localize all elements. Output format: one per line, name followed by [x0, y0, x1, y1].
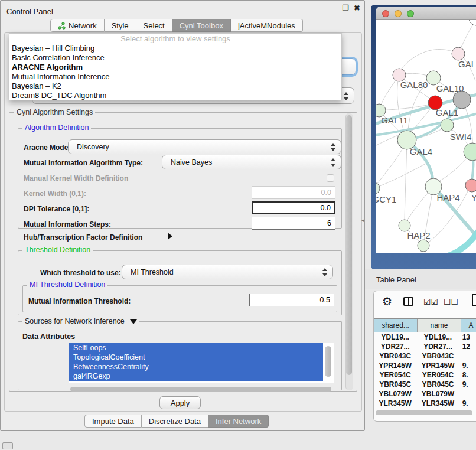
combo-stepper-icon: [322, 268, 327, 276]
network-node[interactable]: [464, 143, 476, 161]
zoom-traffic-light[interactable]: [407, 10, 414, 17]
close-traffic-light[interactable]: [382, 10, 389, 17]
table-cell: YPR145W: [374, 361, 416, 370]
dpi-tolerance-field[interactable]: 0.0: [252, 201, 335, 214]
table-row[interactable]: YBR045CYBR045C9.: [374, 380, 476, 389]
dropdown-item[interactable]: Basic Correlation Inference: [9, 53, 341, 63]
attribute-list-item[interactable]: gal4RGexp: [69, 371, 323, 381]
table-cell: [459, 351, 476, 361]
network-edge: [400, 49, 458, 70]
mi-type-value: Naive Bayes: [171, 158, 212, 167]
table-cell: YBL079W: [374, 389, 416, 399]
mi-steps-value: 6: [327, 219, 331, 227]
network-node[interactable]: [465, 179, 476, 192]
new-table-icon[interactable]: [472, 294, 476, 306]
table-row[interactable]: YDL19...YDL19...13: [374, 332, 476, 342]
float-panel-icon[interactable]: ❐: [342, 4, 349, 12]
dropdown-item[interactable]: ARACNE Algorithm: [9, 63, 341, 72]
disclosure-down-icon[interactable]: [130, 319, 137, 324]
aracne-mode-combo[interactable]: Discovery: [68, 139, 341, 154]
aracne-mode-label: Aracne Mode:: [24, 144, 70, 152]
table-row[interactable]: YBR043CYBR043C: [374, 351, 476, 361]
network-node-label: GAL4: [410, 146, 432, 156]
attribute-list-item[interactable]: BetweennessCentrality: [69, 362, 323, 371]
settings-scrollbar-thumb[interactable]: [346, 115, 352, 375]
table-row[interactable]: YBL079WYBL079W: [374, 389, 476, 399]
table-hscrollbar[interactable]: [376, 410, 472, 415]
mi-type-combo[interactable]: Naive Bayes: [162, 155, 341, 169]
tab-infer-network[interactable]: Infer Network: [208, 415, 269, 428]
table-cell: [459, 389, 476, 399]
attribute-list-item[interactable]: SelfLoops: [69, 343, 323, 353]
gear-icon[interactable]: ⚙: [382, 295, 392, 308]
dropdown-item[interactable]: Bayesian – Hill Climbing: [9, 44, 341, 53]
close-panel-icon[interactable]: ✖: [354, 4, 360, 12]
table-cell: 9.: [459, 380, 476, 389]
table-row[interactable]: YER054CYER054C8.: [374, 370, 476, 380]
hide-columns-icon[interactable]: ☐☐: [444, 297, 458, 306]
mi-threshold-field[interactable]: 0.5: [249, 294, 334, 306]
algorithm-dropdown-placeholder: Select algorithm to view settings: [9, 34, 341, 44]
tab-label: Discretize Data: [149, 417, 201, 426]
threshold-group-title: Threshold Definition: [22, 246, 93, 254]
network-window-titlebar[interactable]: [376, 7, 476, 20]
tab-impute-data[interactable]: Impute Data: [84, 415, 142, 428]
cyni-bottom-tabs: Impute DataDiscretize DataInfer Network: [84, 415, 269, 428]
table-column-header[interactable]: shared...: [374, 319, 418, 332]
table-cell: YBR045C: [374, 380, 416, 389]
network-node[interactable]: [399, 220, 410, 231]
tab-label: Style: [112, 21, 129, 30]
table-column-header[interactable]: A: [461, 319, 476, 332]
network-node[interactable]: [441, 119, 454, 132]
tab-label: jActiveMNodules: [238, 21, 295, 30]
show-columns-icon[interactable]: ☑☑: [423, 297, 438, 306]
attributes-hscrollbar-thumb[interactable]: [70, 387, 331, 392]
tab-discretize-data[interactable]: Discretize Data: [142, 415, 208, 428]
table-row[interactable]: YLR345WYLR345W9.: [374, 399, 476, 408]
manual-kernel-checkbox[interactable]: [327, 174, 334, 182]
network-node[interactable]: [418, 240, 429, 252]
aracne-mode-value: Discovery: [77, 143, 109, 151]
which-threshold-combo[interactable]: MI Threshold: [122, 265, 333, 279]
tab-select[interactable]: Select: [136, 19, 172, 32]
tab-jactivemnodules[interactable]: jActiveMNodules: [231, 19, 303, 32]
table-column-header[interactable]: name: [418, 319, 461, 332]
dropdown-item[interactable]: Bayesian – K2: [9, 81, 341, 91]
tab-cyni-toolbox[interactable]: Cyni Toolbox: [172, 19, 231, 32]
network-node[interactable]: [376, 182, 380, 194]
table-cell: YLR345W: [416, 399, 459, 408]
minimize-traffic-light[interactable]: [395, 10, 402, 17]
attributes-vscrollbar-thumb[interactable]: [325, 346, 331, 377]
apply-button[interactable]: Apply: [159, 396, 201, 409]
table-row[interactable]: YPR145WYPR145W9.: [374, 361, 476, 370]
network-canvas[interactable]: GALGAL80GAL10GAL1GAL11SWI4GAL4GCY1HAP4YH…: [376, 20, 476, 253]
disclosure-right-icon[interactable]: [168, 233, 172, 240]
splitter-handle-icon[interactable]: ◂: [361, 217, 364, 223]
dropdown-item[interactable]: Dream8 DC_TDC Algorithm: [9, 91, 341, 100]
table-panel-card: ⚙ ☑☑ ☐☐ shared...nameA YDL19...YDL19...1…: [373, 291, 476, 422]
apply-button-label: Apply: [171, 399, 190, 407]
dropdown-item[interactable]: Mutual Information Inference: [9, 72, 341, 81]
which-threshold-label: Which threshold to use:: [40, 269, 121, 277]
tab-network[interactable]: Network: [50, 19, 105, 32]
network-edge: [405, 140, 407, 226]
table-row[interactable]: YDR27...YDR27...12: [374, 342, 476, 351]
network-node[interactable]: [453, 91, 471, 109]
attribute-list-item[interactable]: TopologicalCoefficient: [69, 353, 323, 362]
control-panel-window: Control Panel ❐ ✖ NetworkStyleSelectCyni…: [0, 0, 365, 431]
control-panel-title: Control Panel: [6, 7, 53, 16]
kernel-width-field[interactable]: 0.0: [252, 186, 335, 199]
control-panel-tabs: NetworkStyleSelectCyni ToolboxjActiveMNo…: [50, 19, 303, 32]
mi-steps-field[interactable]: 6: [252, 217, 335, 230]
network-node-label: Y: [471, 193, 476, 203]
network-node-label: SWI4: [450, 132, 472, 142]
network-node-label: HAP2: [407, 230, 430, 240]
network-node[interactable]: [452, 47, 465, 60]
combo-stepper-icon: [330, 158, 335, 167]
sources-title-text: Sources for Network Inference: [25, 317, 125, 325]
columns-icon[interactable]: [403, 297, 413, 306]
minimized-panel-icon[interactable]: [2, 442, 13, 449]
data-attributes-list[interactable]: SelfLoopsTopologicalCoefficientBetweenne…: [69, 343, 334, 383]
tab-style[interactable]: Style: [105, 19, 136, 32]
network-node[interactable]: [469, 20, 476, 25]
